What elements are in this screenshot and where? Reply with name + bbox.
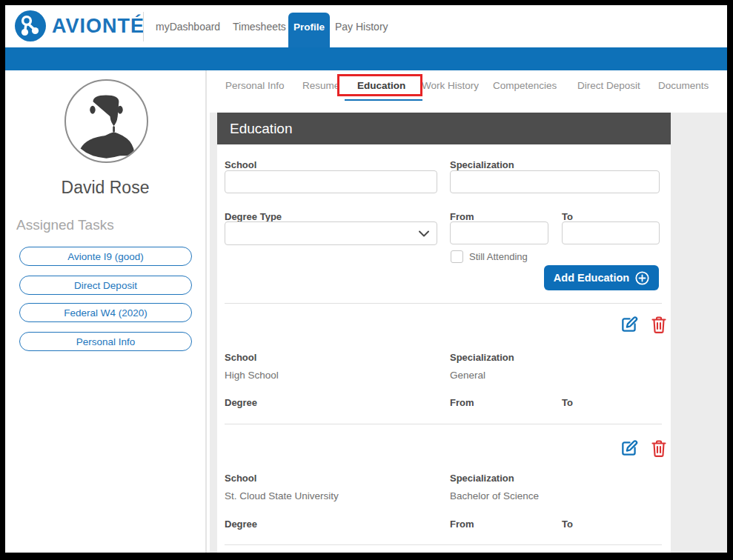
trash-icon — [650, 439, 668, 459]
from-label: From — [450, 211, 474, 222]
assigned-tasks-title: Assigned Tasks — [16, 217, 114, 233]
tab-competencies[interactable]: Competencies — [493, 80, 557, 91]
specialization-input[interactable] — [450, 170, 660, 193]
to-label: To — [562, 211, 573, 222]
nav-item-pay-history[interactable]: Pay History — [335, 21, 388, 33]
tab-personal-info[interactable]: Personal Info — [225, 80, 285, 91]
entry-specialization-label: Specialization — [450, 352, 514, 363]
edit-square-icon — [620, 439, 639, 458]
avionte-logo-icon — [15, 10, 46, 41]
entry-to-label: To — [562, 519, 573, 530]
red-annotation-box — [337, 74, 422, 96]
profile-sidebar: David Rose Assigned Tasks Avionte I9 (go… — [5, 70, 205, 553]
app-window: AVIONTÉ myDashboard Timesheets Profile P… — [5, 5, 727, 553]
edit-entry-button[interactable] — [619, 315, 640, 336]
education-panel: Education School Specialization Degree T… — [217, 113, 671, 553]
nav-item-profile[interactable]: Profile — [288, 13, 330, 47]
nav-divider — [143, 12, 144, 41]
active-tab-underline — [345, 99, 422, 101]
person-silhouette-icon — [66, 81, 147, 161]
entry-specialization-label: Specialization — [450, 473, 514, 484]
nav-item-timesheets[interactable]: Timesheets — [233, 21, 286, 33]
blue-header-bar — [5, 47, 727, 70]
still-attending-checkbox[interactable] — [451, 250, 463, 263]
user-name: David Rose — [5, 178, 205, 198]
entry-degree-label: Degree — [225, 397, 257, 408]
edit-square-icon — [620, 315, 639, 334]
from-input[interactable] — [450, 221, 548, 244]
entry-school-value: St. Cloud State University — [225, 490, 339, 501]
entry-divider — [225, 544, 662, 545]
nav-item-mydashboard[interactable]: myDashboard — [156, 21, 220, 33]
avatar — [64, 79, 148, 163]
entry-to-label: To — [562, 397, 573, 408]
still-attending-label: Still Attending — [469, 251, 528, 262]
entry-degree-label: Degree — [225, 519, 257, 530]
delete-entry-button[interactable] — [649, 439, 669, 459]
chevron-down-icon — [419, 230, 429, 237]
tab-documents[interactable]: Documents — [658, 80, 709, 91]
add-education-button-label: Add Education — [554, 272, 629, 284]
entry-specialization-value: General — [450, 370, 485, 381]
trash-icon — [650, 315, 668, 335]
specialization-label: Specialization — [450, 159, 514, 170]
tab-direct-deposit[interactable]: Direct Deposit — [577, 80, 640, 91]
brand-wordmark: AVIONTÉ — [52, 15, 145, 38]
entry-from-label: From — [450, 519, 474, 530]
to-input[interactable] — [562, 221, 660, 244]
screenshot-frame: AVIONTÉ myDashboard Timesheets Profile P… — [0, 0, 733, 560]
education-panel-title: Education — [217, 113, 671, 144]
task-button-direct-deposit[interactable]: Direct Deposit — [19, 276, 192, 295]
sidebar-divider — [205, 70, 207, 553]
tab-resume[interactable]: Resume — [302, 80, 339, 91]
edit-entry-button[interactable] — [619, 439, 640, 459]
degree-type-select[interactable] — [225, 221, 437, 245]
entry-school-value: High School — [225, 370, 279, 381]
entry-from-label: From — [450, 397, 474, 408]
entry-school-label: School — [225, 473, 256, 484]
add-education-button[interactable]: Add Education — [544, 265, 659, 290]
tab-work-history[interactable]: Work History — [422, 80, 479, 91]
school-label: School — [225, 159, 256, 170]
entry-specialization-value: Bachelor of Science — [450, 490, 539, 501]
plus-circle-icon — [635, 271, 649, 285]
entry-divider — [225, 303, 662, 304]
entry-school-label: School — [225, 352, 256, 363]
degree-type-label: Degree Type — [225, 211, 282, 222]
task-button-federal-w4[interactable]: Federal W4 (2020) — [19, 303, 192, 322]
school-input[interactable] — [225, 170, 437, 193]
delete-entry-button[interactable] — [649, 315, 669, 336]
top-navbar: AVIONTÉ myDashboard Timesheets Profile P… — [5, 5, 727, 47]
entry-divider — [225, 424, 662, 424]
task-button-avionte-i9[interactable]: Avionte I9 (good) — [19, 247, 192, 266]
task-button-personal-info[interactable]: Personal Info — [19, 332, 192, 351]
